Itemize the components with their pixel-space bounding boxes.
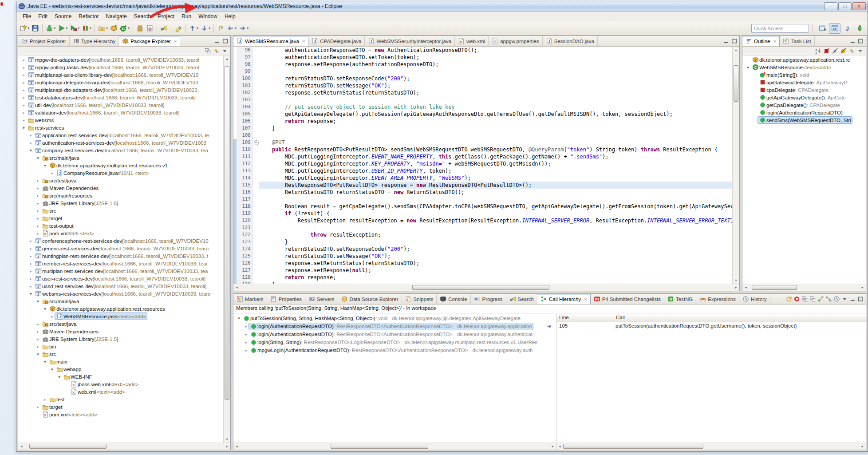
dropdown-arrow-icon[interactable]: ▾ [247,26,249,30]
package-explorer-hscrollbar[interactable]: ◂▸ [18,443,230,450]
expander-icon[interactable]: ▸ [21,111,27,115]
explorer-item-target[interactable]: ▸target [18,403,223,411]
code-line-108[interactable]: 108 [233,132,732,139]
dropdown-arrow-icon[interactable]: ▾ [28,26,29,30]
explorer-item-huntingplan-rest-services-dev[interactable]: ▸Jhuntingplan-rest-services-dev [localho… [18,252,223,260]
expand-all-icon[interactable] [801,296,808,302]
explorer-item-test[interactable]: ▸test [18,396,223,403]
dropdown-arrow-icon[interactable]: ▾ [66,26,67,30]
explorer-item-companyresource-java[interactable]: ▸JCompanyResource.java #10/11 <text> [18,169,223,177]
code-line-101[interactable]: 101 returnStatusDTO.setMessage("OK"); [233,82,732,89]
code-line-118[interactable]: 118 Boolean result = getCpaDelegate().se… [233,203,732,210]
explorer-item-multiplanapi-dto-adapters-dev[interactable]: ▸Jmultiplanapi-dto-adapters-dev [localho… [18,86,223,94]
outline-item-getapigatewaydelegate[interactable]: getApiGatewayDelegate() : ApiGate [742,94,866,101]
explorer-item-mpgw-polling-tasks-dev[interactable]: ▸Jmpgw-polling-tasks-dev [localhost:1666… [18,63,223,71]
explorer-item-src[interactable]: ▸src [18,207,223,214]
collapse-all-icon[interactable] [809,296,816,302]
explorer-item-application-rest-services-dev[interactable]: ▸Japplication-rest-services-dev [localho… [18,131,223,139]
code-line-116[interactable]: 116 ReturnStatusDTO returnStatusDTO = ne… [233,189,732,196]
maximize-view-icon[interactable] [857,38,864,44]
java-perspective-button[interactable]: J [841,23,853,34]
export-jar-button[interactable] [135,23,145,33]
expander-icon[interactable]: ▸ [35,209,41,213]
outline-item-websmsresource[interactable]: ▾CWebSMSResource <text><add> [742,63,866,71]
expander-icon[interactable]: ▸ [28,284,34,289]
outline-item-apigatewaydelegate[interactable]: apiGatewayDelegate : ApiGatewayD [742,79,866,86]
back-history-button[interactable]: ▾ [226,23,237,33]
code-line-96[interactable]: 96 authenticationResponseDTO = new Authe… [233,47,732,54]
call-table-hscrollbar[interactable]: ◂▸ [556,443,866,450]
expander-icon[interactable]: ▾ [56,375,62,379]
expander-icon[interactable]: ▸ [35,322,41,326]
close-tab-icon[interactable]: × [584,297,587,302]
bottom-tab-search[interactable]: Search [506,294,537,304]
minimize-view-icon[interactable] [214,38,221,44]
code-line-100[interactable]: 100 returnStatusDTO.setResponseCode("200… [233,75,732,82]
minimize-view-icon[interactable] [723,38,730,44]
explorer-item-src[interactable]: ▾src [18,350,223,358]
column-header-line[interactable]: Line [556,314,613,322]
code-line-127[interactable]: 127 response.setResponse(null); [233,267,732,274]
expander-icon[interactable]: ▸ [28,246,34,251]
external-tools-button[interactable]: ▾ [69,23,80,33]
explorer-item-dk-telenor-apigateway-multiplan-rest-resou[interactable]: ▾dk.telenor.apigateway.multiplan.rest.re… [18,162,223,169]
call-hierarchy-hscrollbar[interactable]: ◂▸ [233,443,556,450]
new-class-button[interactable]: C▾ [119,23,130,33]
call-item-login-string-string[interactable]: ▸login(String, String) : RestResponseDTO… [233,338,556,346]
editor-tab-web-xml[interactable]: Xweb.xml [455,36,489,46]
bottom-tab-call-hierarchy[interactable]: Call Hierarchy× [537,294,591,304]
new-wizard-button[interactable]: ▾ [19,23,30,33]
forward-history-button[interactable]: ▾ [238,23,249,33]
code-line-114[interactable]: 114 MDC.put(LoggingInterceptor.EVENT_ARE… [233,174,732,182]
bottom-tab-data-source-explorer[interactable]: Data Source Explorer [338,294,402,304]
expander-icon[interactable]: ▸ [21,118,27,123]
expander-icon[interactable]: ▸ [243,340,249,344]
editor-hscrollbar[interactable]: ◂▸ [233,284,739,291]
expander-icon[interactable]: ▸ [49,314,55,319]
close-tab-icon[interactable]: × [174,39,177,44]
call-item-login-authenticationrequestdto[interactable]: ▸login(AuthenticationRequestDTO) : RestR… [233,330,556,338]
code-line-119[interactable]: 119 if (!result) { [233,210,732,217]
callee-mode-icon[interactable] [825,296,832,302]
code-line-128[interactable]: 128 return response; [233,274,732,281]
outline-hscrollbar[interactable]: ◂▸ [742,284,866,291]
expander-icon[interactable]: ▸ [35,201,41,206]
outline-tab-outline[interactable]: Outline× [742,36,780,46]
menu-item-source[interactable]: Source [51,12,75,20]
scroll-arrow-down-icon[interactable]: ▾ [733,277,739,284]
expander-icon[interactable]: ▸ [243,324,249,328]
cancel-icon[interactable] [793,296,800,302]
menu-item-file[interactable]: File [19,12,35,20]
expander-icon[interactable]: ▸ [35,337,41,341]
explorer-item-jre-system-library[interactable]: ▸JRE System Library [J2SE-1.5] [18,199,223,207]
history-icon[interactable] [833,296,840,302]
open-perspective-button[interactable] [817,23,828,34]
bottom-tab-snippets[interactable]: Snippets [402,294,437,304]
explorer-item-dk-telenor-apigateway-application-rest-res[interactable]: ▾dk.telenor.apigateway.application.rest.… [18,305,223,313]
code-line-110[interactable]: 110 public RestResponseDTO<PutResultDTO>… [233,146,732,153]
expander-icon[interactable]: ▸ [35,344,41,349]
debug-button[interactable]: ▾ [45,23,56,33]
maximize-view-icon[interactable] [857,296,864,302]
expander-icon[interactable]: ▸ [35,178,41,183]
last-edit-location-button[interactable] [216,23,225,33]
expander-icon[interactable]: ▸ [35,194,41,198]
outline-item-getcpadelegate[interactable]: getCpaDelegate() : CPADelegate [742,101,866,109]
expander-icon[interactable]: ▸ [243,348,249,352]
explorer-item-jre-system-library[interactable]: ▸JRE System Library [J2SE-1.5] [18,335,223,343]
expander-icon[interactable]: ▾ [28,148,34,153]
menu-item-search[interactable]: Search [130,12,154,20]
explorer-item-maven-dependencies[interactable]: ▸Maven Dependencies [18,328,223,335]
call-item-login-authenticationrequestdto[interactable]: ▸login(AuthenticationRequestDTO) : RestR… [233,322,556,330]
code-line-102[interactable]: 102 response.setReturnStatus(returnStatu… [233,89,732,96]
explorer-item-rest-services[interactable]: ▾rest-services [18,124,223,131]
expander-icon[interactable]: ▸ [21,80,27,85]
scroll-arrow-right-icon[interactable]: ▸ [859,443,866,450]
search-button[interactable] [159,23,169,33]
minimize-button[interactable]: – [824,2,837,10]
expander-icon[interactable]: ▸ [42,397,48,402]
hide-static-icon[interactable]: S [832,47,838,54]
explorer-tab-project-explorer[interactable]: Project Explorer [18,36,70,46]
menu-item-run[interactable]: Run [178,12,195,20]
expander-icon[interactable]: ▸ [28,141,34,145]
